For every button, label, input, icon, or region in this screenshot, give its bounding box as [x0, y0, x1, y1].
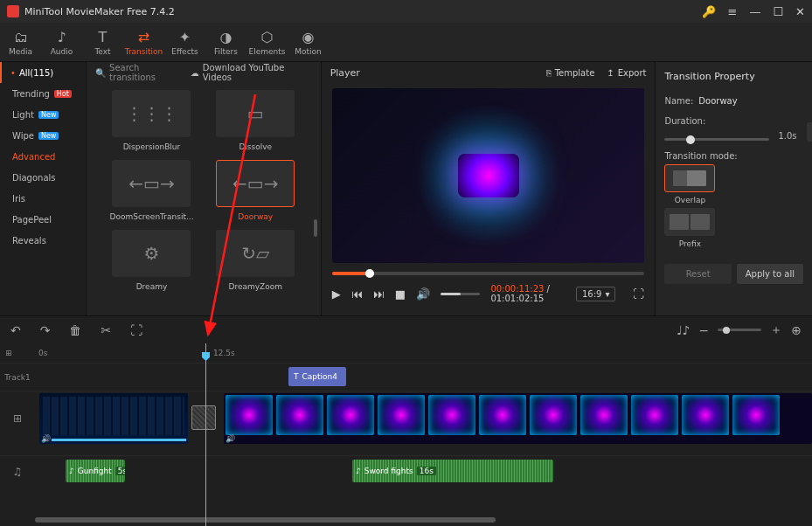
video-clip-2[interactable]: 🔊	[224, 393, 812, 444]
zoom-out-button[interactable]: −	[699, 323, 710, 337]
audio-clip-2[interactable]: ♪Sword fights16s	[352, 460, 553, 482]
transitions-panel: 🔍Search transitions ☁Download YouTube Vi…	[87, 62, 321, 315]
export-icon: ↥	[607, 68, 614, 78]
transition-doomscreentransit[interactable]: ←▭→DoomScreenTransit...	[104, 160, 199, 221]
text-icon: T	[294, 372, 299, 381]
duration-value: 1.0s	[778, 131, 796, 141]
caption-clip[interactable]: TCaption4	[288, 367, 346, 386]
download-link[interactable]: ☁Download YouTube Videos	[191, 63, 312, 82]
main-toolbar: 🗂Media ♪Audio TText ⇄Transition ✦Effects…	[0, 23, 812, 62]
apply-all-button[interactable]: Apply to all	[737, 264, 803, 284]
preview-area[interactable]	[332, 88, 645, 263]
category-all[interactable]: •All(115)	[0, 62, 86, 83]
menu-icon[interactable]: ≡	[728, 5, 738, 18]
property-title: Transition Property	[664, 71, 803, 82]
category-light[interactable]: LightNew	[0, 104, 86, 125]
tab-text[interactable]: TText	[82, 23, 123, 61]
fit-button[interactable]: ⊕	[791, 323, 802, 337]
aspect-ratio-select[interactable]: 16:9▾	[576, 287, 616, 301]
video-clip-1[interactable]: 🔊	[39, 393, 188, 444]
tab-audio[interactable]: ♪Audio	[41, 23, 82, 61]
tab-effects[interactable]: ✦Effects	[164, 23, 205, 61]
tab-motion[interactable]: ◉Motion	[288, 23, 329, 61]
transition-dispersionblur[interactable]: ⋮⋮⋮DispersionBlur	[104, 90, 199, 151]
tab-elements[interactable]: ⬡Elements	[246, 23, 288, 61]
track1-label: Track1	[0, 373, 35, 382]
category-wipe[interactable]: WipeNew	[0, 125, 86, 146]
export-button[interactable]: ↥Export	[607, 68, 646, 78]
reset-button[interactable]: Reset	[664, 264, 731, 284]
scrollbar[interactable]	[314, 219, 317, 237]
ruler-add-icon[interactable]: ⊞	[5, 349, 12, 357]
undo-button[interactable]: ↶	[10, 323, 21, 337]
tab-media[interactable]: 🗂Media	[0, 23, 41, 61]
transition-dissolve[interactable]: ▭Dissolve	[208, 90, 303, 151]
category-iris[interactable]: Iris	[0, 188, 86, 209]
time-ruler[interactable]: ⊞ 0s 12.5s	[0, 343, 812, 363]
audio-clip-1[interactable]: ♪Gunfight5s	[66, 460, 125, 482]
close-button[interactable]: ✕	[795, 5, 805, 18]
duration-slider[interactable]	[664, 138, 769, 141]
stop-button[interactable]: ■	[395, 287, 406, 301]
minimize-button[interactable]: —	[749, 5, 760, 18]
timeline-toolbar: ↶ ↷ 🗑 ✂ ⛶ ♩♪ − ＋ ⊕	[0, 315, 812, 343]
next-frame-button[interactable]: ⏭	[373, 287, 385, 301]
search-icon[interactable]: 🔍	[95, 68, 106, 78]
category-sidebar: •All(115) TrendingHotLightNewWipeNewAdva…	[0, 62, 87, 315]
transition-doorway[interactable]: ←▭→Doorway	[208, 160, 303, 221]
category-reveals[interactable]: Reveals	[0, 230, 86, 251]
music-icon: ♪	[69, 467, 74, 475]
category-advanced[interactable]: Advanced	[0, 146, 86, 167]
timeline: ⊞ 0s 12.5s Track1 TCaption4 ⊞ 🔊 🔊 ♫ ♪Gun…	[0, 343, 812, 526]
zoom-slider[interactable]	[718, 329, 761, 331]
time-display: 00:00:11:23 / 01:01:02:15	[490, 284, 566, 303]
video-track-icon: ⊞	[0, 391, 35, 445]
panel-collapse-handle[interactable]	[807, 122, 812, 142]
upgrade-icon[interactable]: 🔑	[702, 5, 716, 18]
music-icon: ♪	[356, 467, 361, 475]
template-button[interactable]: ⎘Template	[546, 68, 595, 78]
app-logo	[7, 5, 19, 17]
redo-button[interactable]: ↷	[40, 323, 51, 337]
fullscreen-button[interactable]: ⛶	[633, 287, 644, 301]
prev-frame-button[interactable]: ⏮	[351, 287, 363, 301]
horizontal-scrollbar[interactable]	[35, 517, 803, 524]
split-button[interactable]: ✂	[101, 323, 111, 337]
play-button[interactable]: ▶	[332, 287, 341, 301]
chevron-down-icon: ▾	[605, 289, 609, 299]
category-pagepeel[interactable]: PagePeel	[0, 209, 86, 230]
app-title: MiniTool MovieMaker Free 7.4.2	[24, 6, 697, 17]
seekbar[interactable]	[332, 272, 645, 275]
mode-overlap[interactable]	[664, 164, 715, 192]
playhead[interactable]	[205, 343, 206, 526]
property-panel: Transition Property Name:Doorway Duratio…	[656, 62, 812, 315]
transition-dreamy[interactable]: ⚙Dreamy	[104, 230, 199, 291]
player-title: Player	[330, 67, 360, 79]
delete-button[interactable]: 🗑	[69, 323, 81, 337]
transition-dreamyzoom[interactable]: ↻▱DreamyZoom	[208, 230, 303, 291]
speed-icon[interactable]: ♩♪	[677, 323, 691, 337]
crop-button[interactable]: ⛶	[130, 323, 142, 337]
clip-audio-icon[interactable]: 🔊	[41, 434, 51, 443]
mode-prefix[interactable]	[664, 208, 715, 236]
maximize-button[interactable]: ☐	[773, 5, 783, 18]
template-icon: ⎘	[546, 68, 552, 78]
clip-audio-icon[interactable]: 🔊	[226, 434, 235, 443]
search-placeholder[interactable]: Search transitions	[109, 63, 185, 82]
prop-name-value: Doorway	[698, 96, 737, 106]
transition-marker[interactable]	[191, 405, 216, 430]
tab-filters[interactable]: ◑Filters	[205, 23, 246, 61]
volume-slider[interactable]	[441, 293, 480, 295]
zoom-in-button[interactable]: ＋	[770, 322, 782, 338]
volume-icon[interactable]: 🔊	[416, 287, 430, 301]
titlebar: MiniTool MovieMaker Free 7.4.2 🔑 ≡ — ☐ ✕	[0, 0, 812, 23]
download-icon: ☁	[191, 68, 199, 78]
tab-transition[interactable]: ⇄Transition	[123, 23, 164, 61]
audio-track-icon: ♫	[0, 456, 35, 487]
category-diagonals[interactable]: Diagonals	[0, 167, 86, 188]
category-trending[interactable]: TrendingHot	[0, 83, 86, 104]
